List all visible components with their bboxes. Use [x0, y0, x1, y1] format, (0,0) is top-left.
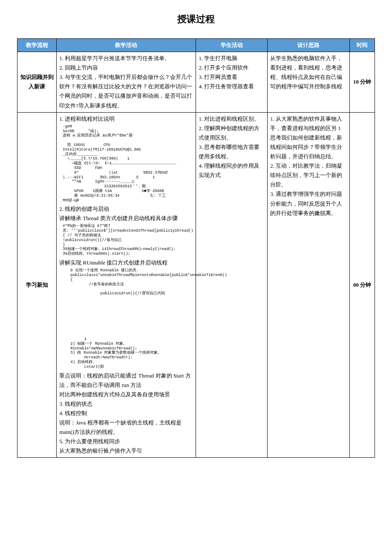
teach-text: 重点说明：线程的启动只能通过 Thread 对象的 Start 方法，而不能自己…	[59, 371, 193, 390]
design-item: 1. 从大家熟悉的软件及事物入手，查看进程与线程的区另 1 思考我们如何创建新线…	[270, 114, 347, 161]
teach-item: 3. 与学生交流，平时电脑打开后都会做什么？会开几个软件？有没有解压过比较大的文…	[59, 73, 193, 110]
cell-teach-1: 1. 利用超星学习平台推送本节学习任务清单。 2. 回顾上节内容 3. 与学生交…	[57, 52, 196, 113]
student-item: 4. 理解线程同步的作用及实现方式	[199, 161, 265, 180]
cell-design-2: 1. 从大家熟悉的软件及事物入手，查看进程与线程的区另 1 思考我们如何创建新线…	[268, 112, 350, 458]
page-title: 授课过程	[17, 13, 375, 26]
teach-heading: 3. 线程的状态	[59, 399, 193, 409]
header-teach: 教学活动	[57, 39, 196, 52]
table-header-row: 教学流程 教学活动 学生活动 设计思路 时间	[17, 39, 375, 52]
header-student: 学生活动	[196, 39, 268, 52]
header-flow: 教学流程	[17, 39, 57, 52]
code-block-3: D 实现一个使用 Runnable 接口的类. publicclass1*unn…	[63, 268, 193, 296]
header-time: 时间	[350, 39, 375, 52]
table-row: 学习新知 1. 进程和线程对比说明 -g#M Se<RB *由); 进程 w 应…	[17, 112, 375, 458]
teach-text: 讲解实现 RUnnable 接口方式创建并启动线程	[59, 258, 193, 267]
teach-heading: 4. 线程控制	[59, 409, 193, 418]
cell-teach-2: 1. 进程和线程对比说明 -g#M Se<RB *由); 进程 w 应用历史记承…	[57, 112, 196, 458]
student-item: 4. 打开任务管理器查看	[199, 82, 265, 91]
cell-flow-2: 学习新知	[17, 112, 57, 458]
lesson-table: 教学流程 教学活动 学生活动 设计思路 时间 知识回顾并到入新课 1. 利用超星…	[17, 38, 375, 458]
header-design: 设计思路	[268, 39, 350, 52]
teach-item: 1. 利用超星学习平台推送本节学习任务清单。	[59, 54, 193, 63]
teach-item: 2. 回顾上节内容	[59, 63, 193, 73]
teach-heading: 5. 为什么要使用线程同步	[59, 437, 193, 446]
cell-student-2: 1. 对比进程和线程区别。 2. 理解两种创建线程的方式使用区别。 3. 思考都…	[196, 112, 268, 458]
teach-heading: 1. 进程和线程对比说明	[59, 114, 193, 124]
student-item: 1. 学生打开电脑	[199, 54, 265, 63]
cell-time-2: 80 分钟	[350, 112, 375, 458]
teach-text: 对比两种创建线程方式特点及其各自使用场景	[59, 390, 193, 399]
teach-heading: 2. 线程的创建与启动	[59, 204, 193, 214]
cell-time-1: 10 分钟	[350, 52, 375, 113]
code-block-1: -g#M Se<RB *由); 进程 w 应用历史记承 &o用户r*B%e*器 …	[63, 125, 193, 203]
code-block-2: #*®%的一直纳菲运 €7*两7 类: '''publicclass$']{sr…	[63, 224, 193, 256]
design-item: 2. 互动，对比教学法，归纳凝练特点区别，学习上一个新的台阶。	[270, 161, 347, 189]
cell-flow-1: 知识回顾并到入新课	[17, 52, 57, 113]
teach-text: 说明：Java 程序都有一个缺省的主线程，主线程是 main()方法执行的线程。	[59, 418, 193, 437]
cell-design-1: 从学生熟悉的电脑软件入手，看到进程，看到线程，思考进程、线程特点及如何在自己编写…	[268, 52, 350, 113]
design-item: 3. 通过教学增强学生的对问题分析能力，同时反思提升个人的并行处理事务的嫩脱离。	[270, 189, 347, 218]
student-item: 3. 打开网员查看	[199, 73, 265, 82]
student-item: 2. 理解两种创建线程的方式使用区别。	[199, 124, 265, 142]
student-item: 1. 对比进程和线程区别。	[199, 114, 265, 124]
table-row: 知识回顾并到入新课 1. 利用超星学习平台推送本节学习任务清单。 2. 回顾上节…	[17, 52, 375, 113]
code-block-4: 1 2) 创建一个 RUnnable 对象。Rinnable*ew%%unnab…	[63, 337, 193, 369]
cell-student-1: 1. 学生打开电脑 2. 打开多个应用软件 3. 打开网员查看 4. 打开任务管…	[196, 52, 268, 113]
student-item: 2. 打开多个应用软件	[199, 63, 265, 73]
teach-text: 从大家熟悉的银行账户操作入手引	[59, 446, 193, 456]
teach-text: 讲解继承 Thread 类方式创建并启动线程具体步骤	[59, 214, 193, 223]
student-item: 3. 思考都有哪些地方需要使用多线程。	[199, 142, 265, 161]
